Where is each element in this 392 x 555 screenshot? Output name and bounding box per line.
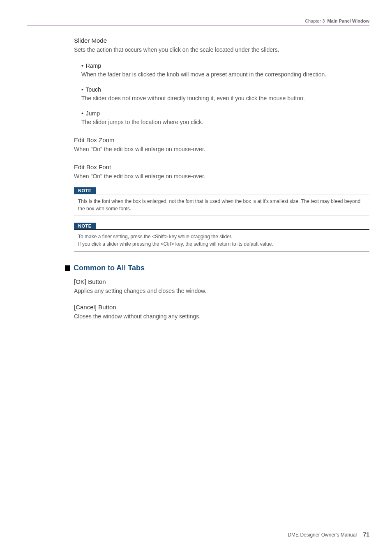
jump-bullet-line: • Jump: [81, 110, 369, 117]
cancel-button-desc: Closes the window without changing any s…: [74, 312, 369, 321]
ok-button-desc: Applies any setting changes and closes t…: [74, 287, 369, 295]
bullet-icon: •: [81, 86, 83, 93]
ramp-label: Ramp: [86, 62, 101, 69]
slider-mode-section: Slider Mode Sets the action that occurs …: [74, 37, 369, 127]
note-label: NOTE: [74, 223, 96, 229]
slider-mode-heading: Slider Mode: [74, 37, 369, 44]
jump-item: • Jump The slider jumps to the location …: [81, 110, 369, 127]
note-label: NOTE: [74, 187, 96, 194]
header-breadcrumb: Chapter 3 Main Panel Window: [305, 18, 369, 23]
ramp-desc: When the fader bar is clicked the knob w…: [81, 70, 369, 79]
edit-box-zoom-section: Edit Box Zoom When "On" the edit box wil…: [74, 136, 369, 154]
note-divider-bottom: [74, 251, 369, 251]
note-divider-bottom: [74, 216, 369, 216]
square-bullet-icon: [65, 265, 70, 271]
ramp-item: • Ramp When the fader bar is clicked the…: [81, 62, 369, 79]
page-number: 71: [363, 531, 369, 538]
note-2-content: To make a finer setting, press the <Shif…: [74, 230, 369, 251]
cancel-button-heading: [Cancel] Button: [74, 304, 369, 311]
edit-box-font-desc: When "On" the edit box will enlarge on m…: [74, 172, 369, 181]
touch-item: • Touch The slider does not move without…: [81, 86, 369, 103]
page-footer: DME Designer Owner's Manual 71: [288, 531, 369, 538]
touch-label: Touch: [86, 86, 101, 93]
ok-button-section: [OK] Button Applies any setting changes …: [74, 278, 369, 295]
note-1-content: This is the font when the box is enlarge…: [74, 194, 369, 216]
touch-bullet-line: • Touch: [81, 86, 369, 93]
ramp-bullet-line: • Ramp: [81, 62, 369, 69]
cancel-button-section: [Cancel] Button Closes the window withou…: [74, 304, 369, 321]
touch-desc: The slider does not move without directl…: [81, 94, 369, 103]
jump-label: Jump: [86, 110, 100, 117]
slider-mode-desc: Sets the action that occurs when you cli…: [74, 46, 369, 54]
chapter-title: Main Panel Window: [327, 18, 369, 23]
footer-text: DME Designer Owner's Manual: [288, 532, 357, 538]
note-2a: To make a finer setting, press the <Shif…: [78, 233, 365, 240]
edit-box-font-section: Edit Box Font When "On" the edit box wil…: [74, 164, 369, 181]
common-tabs-heading-row: Common to All Tabs: [65, 264, 369, 272]
note-box-1: NOTE This is the font when the box is en…: [74, 187, 369, 216]
ok-button-heading: [OK] Button: [74, 278, 369, 285]
edit-box-zoom-heading: Edit Box Zoom: [74, 136, 369, 143]
note-2b: If you click a slider while pressing the…: [78, 240, 365, 248]
edit-box-zoom-desc: When "On" the edit box will enlarge on m…: [74, 145, 369, 154]
common-tabs-heading: Common to All Tabs: [74, 264, 145, 272]
bullet-icon: •: [81, 62, 83, 69]
jump-desc: The slider jumps to the location where y…: [81, 118, 369, 127]
edit-box-font-heading: Edit Box Font: [74, 164, 369, 170]
bullet-icon: •: [81, 110, 83, 117]
note-box-2: NOTE To make a finer setting, press the …: [74, 222, 369, 251]
header-divider: [27, 25, 369, 26]
chapter-label: Chapter 3: [305, 18, 325, 23]
